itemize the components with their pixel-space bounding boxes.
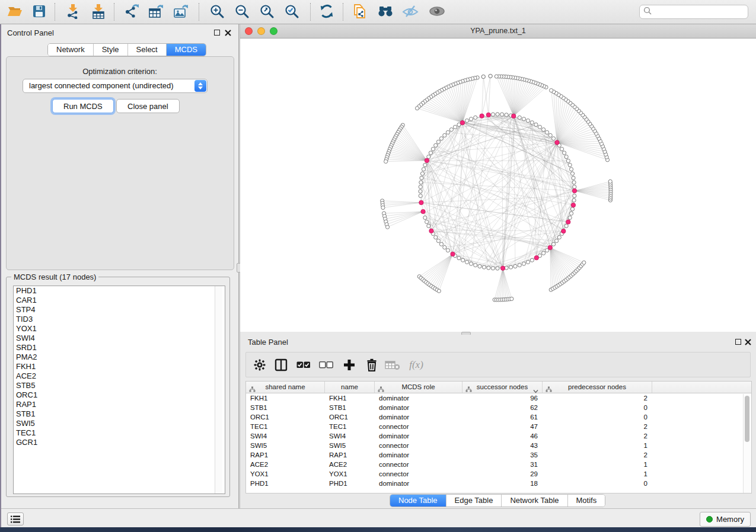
show-columns-button[interactable] xyxy=(272,357,290,373)
export-image-button[interactable] xyxy=(171,2,191,21)
tab-select[interactable]: Select xyxy=(128,44,167,56)
float-panel-icon[interactable] xyxy=(214,30,220,36)
mcds-result-item[interactable]: GCR1 xyxy=(14,438,225,447)
memory-label: Memory xyxy=(716,515,744,524)
task-history-button[interactable] xyxy=(7,512,24,525)
tab-motifs[interactable]: Motifs xyxy=(568,495,605,507)
search-field[interactable] xyxy=(639,5,748,19)
zoom-out-button[interactable] xyxy=(232,2,252,21)
zoom-fit-button[interactable] xyxy=(257,2,277,21)
table-cell: dominator xyxy=(375,393,462,403)
mcds-result-title: MCDS result (17 nodes) xyxy=(11,273,98,281)
optimization-criterion-select[interactable]: largest connected component (undirected) xyxy=(23,79,208,93)
table-cell-filler xyxy=(652,460,751,469)
mcds-result-item[interactable]: RAP1 xyxy=(14,400,225,409)
hierarchy-icon xyxy=(378,384,384,396)
delete-table-button-disabled xyxy=(384,357,401,373)
mcds-result-item[interactable]: ACE2 xyxy=(14,371,225,381)
run-mcds-button[interactable]: Run MCDS xyxy=(52,99,114,113)
table-row[interactable]: ORC1ORC1dominator610 xyxy=(246,412,751,422)
export-table-button[interactable] xyxy=(146,2,166,21)
open-file-button[interactable] xyxy=(5,2,25,21)
table-row[interactable]: SWI4SWI4dominator462 xyxy=(246,431,751,441)
column-header-predecessor-nodes[interactable]: predecessor nodes xyxy=(543,382,652,393)
column-label: MCDS role xyxy=(401,383,435,390)
tab-edge-table[interactable]: Edge Table xyxy=(446,495,502,507)
mcds-result-item[interactable]: TID3 xyxy=(14,315,225,324)
table-cell: SWI4 xyxy=(246,431,325,441)
duplicate-network-button[interactable] xyxy=(350,2,370,21)
close-table-panel-icon[interactable] xyxy=(745,339,751,345)
import-network-button[interactable] xyxy=(63,2,83,21)
column-header-shared-name[interactable]: shared name xyxy=(246,382,325,393)
table-row[interactable]: ACE2ACE2connector311 xyxy=(246,460,751,469)
close-panel-button[interactable]: Close panel xyxy=(116,99,180,113)
tab-mcds[interactable]: MCDS xyxy=(167,44,206,56)
table-scrollbar-thumb[interactable] xyxy=(745,396,749,442)
column-header-mcds-role[interactable]: MCDS role xyxy=(375,382,462,393)
table-row[interactable]: STB1STB1dominator620 xyxy=(246,403,751,412)
import-table-button[interactable] xyxy=(88,2,109,21)
table-row[interactable]: YOX1YOX1connector291 xyxy=(246,469,751,479)
desktop-edge xyxy=(0,24,1,527)
delete-column-button[interactable] xyxy=(363,357,381,373)
column-label: successor nodes xyxy=(477,383,528,390)
mcds-result-item[interactable]: PMA2 xyxy=(14,352,225,362)
search-input[interactable] xyxy=(654,8,748,16)
table-cell: STB1 xyxy=(325,403,375,412)
table-row[interactable]: SWI5SWI5connector431 xyxy=(246,441,751,450)
table-panel-tabs: Node Table Edge Table Network Table Moti… xyxy=(390,494,605,507)
search-binoculars-button[interactable] xyxy=(375,2,395,21)
tab-network[interactable]: Network xyxy=(48,44,94,56)
mcds-result-item[interactable]: FKH1 xyxy=(14,362,225,371)
deselect-all-rows-button[interactable] xyxy=(317,357,335,373)
mcds-result-item[interactable]: STP4 xyxy=(14,305,225,315)
save-session-button[interactable] xyxy=(29,2,49,21)
table-cell-filler xyxy=(652,403,751,412)
table-cell: PHD1 xyxy=(246,479,325,488)
memory-button[interactable]: Memory xyxy=(700,512,751,527)
mcds-result-item[interactable]: PHD1 xyxy=(14,286,225,296)
mcds-result-item[interactable]: TEC1 xyxy=(14,428,225,438)
close-panel-icon[interactable] xyxy=(225,30,231,36)
mcds-result-item[interactable]: SRD1 xyxy=(14,343,225,352)
table-panel: Table Panel f(x) shared name name xyxy=(240,335,756,508)
mcds-result-item[interactable]: CAR1 xyxy=(14,296,225,305)
select-all-rows-button[interactable] xyxy=(295,357,312,373)
table-cell: 2 xyxy=(543,422,652,431)
refresh-view-button[interactable] xyxy=(317,2,337,21)
table-row[interactable]: TEC1TEC1connector472 xyxy=(246,422,751,431)
mcds-result-item[interactable]: SWI4 xyxy=(14,334,225,343)
mcds-result-item[interactable]: STB1 xyxy=(14,409,225,419)
table-cell: YOX1 xyxy=(325,469,375,479)
mcds-list-scrollbar[interactable] xyxy=(215,286,222,493)
mcds-result-item[interactable]: STB5 xyxy=(14,381,225,390)
control-panel: Control Panel Network Style Select MCDS … xyxy=(1,24,238,508)
tab-node-table[interactable]: Node Table xyxy=(390,495,446,507)
table-row[interactable]: PHD1PHD1dominator180 xyxy=(246,479,751,488)
show-all-button[interactable] xyxy=(427,2,447,21)
table-row[interactable]: RAP1RAP1dominator352 xyxy=(246,450,751,460)
table-cell: 29 xyxy=(462,469,543,479)
table-cell: 0 xyxy=(543,412,652,422)
zoom-in-button[interactable] xyxy=(207,2,227,21)
tab-style[interactable]: Style xyxy=(94,44,128,56)
toolbar-separator xyxy=(114,3,114,21)
mcds-result-item[interactable]: YOX1 xyxy=(14,324,225,334)
export-network-button[interactable] xyxy=(122,2,142,21)
mcds-result-item[interactable]: SWI5 xyxy=(14,419,225,428)
mcds-result-listbox[interactable]: PHD1CAR1STP4TID3YOX1SWI4SRD1PMA2FKH1ACE2… xyxy=(13,286,225,494)
column-header-successor-nodes[interactable]: successor nodes xyxy=(462,382,543,393)
create-column-button[interactable] xyxy=(340,357,358,373)
mcds-result-item[interactable]: ORC1 xyxy=(14,390,225,400)
table-settings-button[interactable] xyxy=(251,357,269,373)
float-table-panel-icon[interactable] xyxy=(735,339,741,345)
table-scrollbar[interactable] xyxy=(743,394,751,493)
network-canvas[interactable] xyxy=(240,39,756,332)
network-window-titlebar[interactable]: YPA_prune.txt_1 xyxy=(240,24,756,39)
zoom-selected-button[interactable] xyxy=(282,2,302,21)
hide-selected-button[interactable] xyxy=(400,2,420,21)
table-row[interactable]: FKH1FKH1dominator962 xyxy=(246,393,751,403)
column-header-name[interactable]: name xyxy=(325,382,375,393)
tab-network-table[interactable]: Network Table xyxy=(502,495,567,507)
